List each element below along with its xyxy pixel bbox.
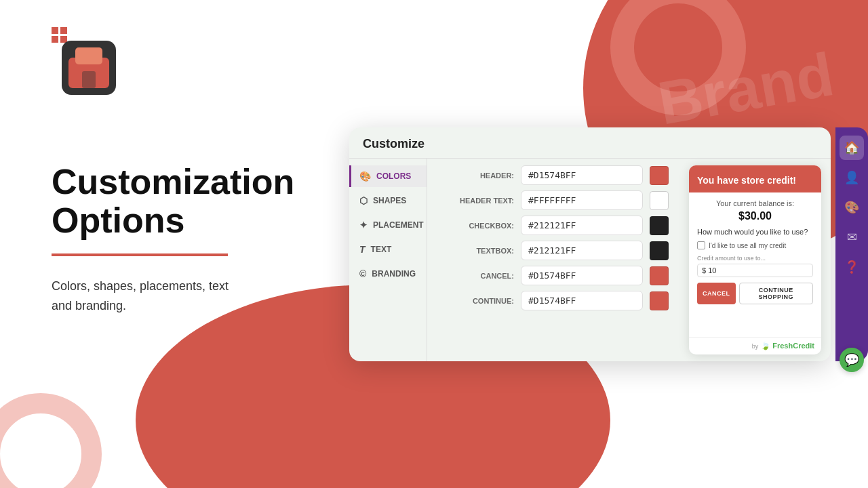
sidebar-item-branding[interactable]: © BRANDING [349, 263, 427, 285]
color-value-textbox[interactable]: #212121FF [528, 245, 643, 256]
preview-credit-input[interactable] [697, 264, 813, 277]
color-label-header: HEADER: [439, 171, 514, 180]
panel-body: 🎨 COLORS ⬡ SHAPES ✦ PLACEMENT T TEXT © B… [349, 159, 831, 361]
chat-button[interactable]: 💬 [840, 348, 864, 372]
logo [52, 27, 133, 108]
bg-arc-bottom-left [0, 393, 102, 488]
heading-description: Colors, shapes, placements, textand bran… [52, 277, 294, 316]
preview-continue-button[interactable]: CONTINUE SHOPPING [739, 283, 813, 304]
shapes-icon: ⬡ [359, 195, 368, 206]
preview-checkbox-row: I'd like to use all my credit [697, 241, 813, 249]
fresh-credit-logo: 🍃 FreshCredit [761, 342, 814, 350]
svg-rect-3 [82, 71, 96, 88]
preview-footer-by: by [752, 343, 759, 350]
svg-rect-2 [75, 47, 102, 64]
color-swatch-header[interactable] [650, 166, 669, 185]
color-label-cancel: CANCEL: [439, 272, 514, 280]
color-label-textbox: TEXTBOX: [439, 247, 514, 255]
preview-checkbox[interactable] [697, 241, 705, 249]
color-input-header-text[interactable]: #FFFFFFFF [521, 190, 643, 210]
sidebar-label-shapes: SHAPES [373, 196, 406, 205]
preview-credit-label: Credit amount to use to... [697, 255, 813, 262]
color-label-continue: CONTINUE: [439, 297, 514, 305]
color-input-cancel[interactable]: #D1574BFF [521, 266, 643, 285]
color-swatch-cancel[interactable] [650, 266, 669, 285]
right-toolbar: 🏠 👤 🎨 ✉ ❓ 💬 [835, 127, 868, 361]
preview-buttons: CANCEL CONTINUE SHOPPING [697, 283, 813, 304]
preview-question: How much would you like to use? [697, 228, 813, 236]
preview-card: You have store credit! Your current bala… [689, 165, 821, 354]
color-row-textbox: TEXTBOX: #212121FF [439, 241, 670, 260]
color-row-checkbox: CHECKBOX: #212121FF [439, 216, 670, 235]
sidebar-item-shapes[interactable]: ⬡ SHAPES [349, 190, 427, 211]
preview-header: You have store credit! [689, 165, 821, 192]
page-heading: Customization Options [52, 163, 294, 240]
toolbar-home-icon[interactable]: 🏠 [840, 136, 864, 160]
color-input-checkbox[interactable]: #212121FF [521, 216, 643, 235]
color-label-checkbox: CHECKBOX: [439, 222, 514, 230]
customize-panel: Customize 🎨 COLORS ⬡ SHAPES ✦ PLACEMENT … [349, 127, 831, 361]
preview-balance-label: Your current balance is: [697, 199, 813, 207]
color-label-header-text: HEADER TEXT: [439, 197, 514, 205]
logo-icon [58, 37, 119, 98]
color-value-checkbox[interactable]: #212121FF [528, 220, 643, 230]
colors-form: HEADER: #D1574BFF HEADER TEXT: #FFFFFFFF… [427, 159, 682, 361]
sidebar-item-colors[interactable]: 🎨 COLORS [349, 165, 427, 187]
color-swatch-textbox[interactable] [650, 241, 669, 260]
sidebar-label-colors: COLORS [376, 171, 411, 181]
preview-balance: $30.00 [697, 210, 813, 222]
preview-footer: by 🍃 FreshCredit [689, 337, 821, 354]
color-value-continue[interactable]: #D1574BFF [528, 296, 643, 306]
preview-checkbox-label: I'd like to use all my credit [709, 242, 786, 249]
color-row-continue: CONTINUE: #D1574BFF [439, 291, 670, 310]
preview-cancel-button[interactable]: CANCEL [697, 283, 736, 304]
sidebar: 🎨 COLORS ⬡ SHAPES ✦ PLACEMENT T TEXT © B… [349, 159, 427, 361]
color-row-header: HEADER: #D1574BFF [439, 165, 670, 185]
color-swatch-continue[interactable] [650, 291, 669, 310]
color-row-header-text: HEADER TEXT: #FFFFFFFF [439, 190, 670, 210]
toolbar-mail-icon[interactable]: ✉ [840, 225, 864, 249]
color-input-header[interactable]: #D1574BFF [521, 165, 643, 185]
sidebar-label-text: TEXT [371, 245, 392, 254]
left-content: Customization Options Colors, shapes, pl… [52, 27, 294, 316]
toolbar-help-icon[interactable]: ❓ [840, 255, 864, 279]
color-value-cancel[interactable]: #D1574BFF [528, 270, 643, 281]
placement-icon: ✦ [359, 220, 368, 230]
color-value-header[interactable]: #D1574BFF [528, 170, 643, 180]
sidebar-label-branding: BRANDING [372, 269, 416, 279]
panel-title: Customize [349, 127, 831, 159]
sidebar-label-placement: PLACEMENT [373, 220, 424, 230]
watermark-bottom: Brand [646, 380, 853, 488]
color-input-textbox[interactable]: #212121FF [521, 241, 643, 260]
text-icon: T [359, 244, 366, 255]
heading-underline [52, 253, 228, 256]
preview-body: Your current balance is: $30.00 How much… [689, 192, 821, 337]
color-row-cancel: CANCEL: #D1574BFF [439, 266, 670, 285]
sidebar-item-placement[interactable]: ✦ PLACEMENT [349, 214, 427, 236]
sidebar-item-text[interactable]: T TEXT [349, 239, 427, 260]
color-input-continue[interactable]: #D1574BFF [521, 291, 643, 310]
color-swatch-header-text[interactable] [650, 191, 669, 210]
toolbar-users-icon[interactable]: 👤 [840, 165, 864, 190]
colors-icon: 🎨 [359, 171, 371, 182]
branding-icon: © [359, 268, 366, 279]
color-value-header-text[interactable]: #FFFFFFFF [528, 195, 643, 205]
color-swatch-checkbox[interactable] [650, 216, 669, 235]
toolbar-paint-icon[interactable]: 🎨 [840, 195, 864, 220]
